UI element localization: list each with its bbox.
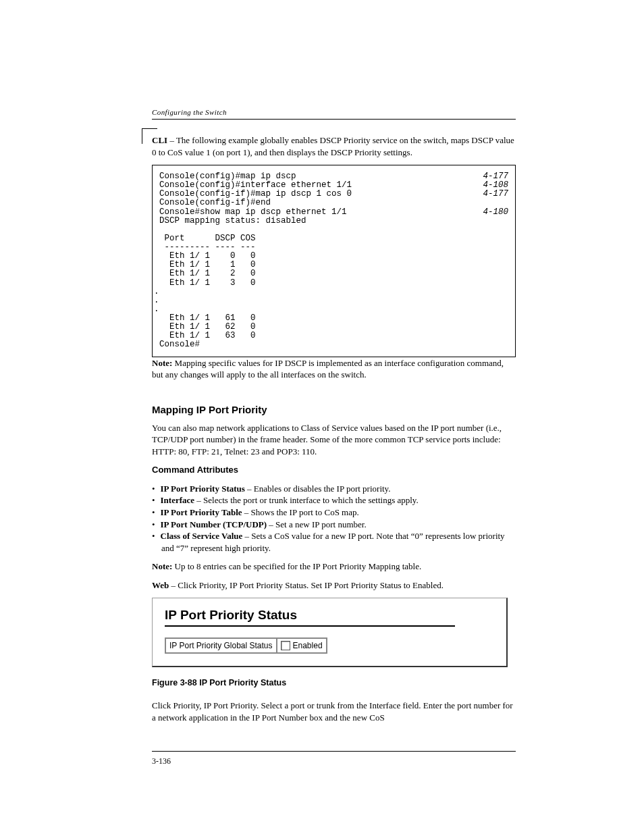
- note2-paragraph: Note: Up to 8 entries can be specified f…: [152, 561, 516, 573]
- web-instruction-1: Web – Click Priority, IP Port Priority S…: [152, 579, 516, 592]
- status-label-cell: IP Port Priority Global Status: [165, 638, 277, 653]
- panel-rule: [165, 625, 455, 627]
- cli-output-box: Console(config)#map ip dscp4-177Console(…: [152, 165, 516, 357]
- list-item: IP Port Priority Status – Enables or dis…: [152, 483, 516, 495]
- command-attributes-heading: Command Attributes: [152, 464, 516, 476]
- enabled-checkbox[interactable]: [281, 641, 290, 650]
- list-item: IP Port Number (TCP/UDP) – Set a new IP …: [152, 519, 516, 531]
- section-paragraph-1: You can also map network applications to…: [152, 422, 516, 458]
- list-item: Interface – Selects the port or trunk in…: [152, 494, 516, 506]
- ip-port-priority-status-panel: IP Port Priority Status IP Port Priority…: [152, 598, 508, 667]
- attribute-list: IP Port Priority Status – Enables or dis…: [152, 483, 516, 554]
- note-paragraph: Note: Mapping specific values for IP DSC…: [152, 357, 516, 381]
- status-checkbox-cell[interactable]: Enabled: [277, 638, 327, 653]
- trailing-paragraph: Click Priority, IP Port Priority. Select…: [152, 700, 516, 723]
- page-number: 3-136: [152, 756, 171, 766]
- panel-title: IP Port Priority Status: [165, 608, 494, 623]
- figure-caption: Figure 3-88 IP Port Priority Status: [152, 678, 516, 687]
- status-table: IP Port Priority Global Status Enabled: [165, 637, 327, 654]
- page-body: Configuring the Switch CLI – The followi…: [152, 108, 516, 730]
- list-item: IP Port Priority Table – Shows the IP po…: [152, 506, 516, 519]
- page-footer: 3-136: [152, 751, 516, 766]
- header-rule: [152, 119, 516, 120]
- list-item: Class of Service Value – Sets a CoS valu…: [152, 530, 516, 554]
- cli-intro-paragraph: CLI – The following example globally ena…: [152, 134, 516, 158]
- section-heading: Mapping IP Port Priority: [152, 404, 516, 415]
- running-header: Configuring the Switch: [152, 108, 516, 116]
- checkbox-label: Enabled: [293, 641, 323, 650]
